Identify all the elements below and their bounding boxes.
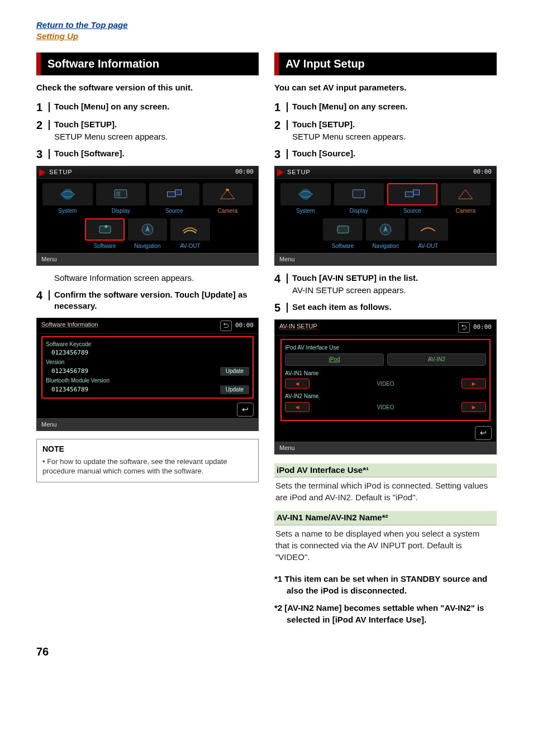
step-number: 3 <box>36 148 49 160</box>
ipod-interface-label: iPod AV Interface Use <box>285 344 339 351</box>
step-3-title: Touch [Software]. <box>54 149 125 158</box>
bluetooth-version-label: Bluetooth Module Version <box>46 377 110 385</box>
brand-logo-icon <box>39 169 46 176</box>
tile-av-out[interactable]: AV-OUT <box>170 218 210 250</box>
page-number: 76 <box>36 644 497 659</box>
software-info-intro: Check the software version of this unit. <box>36 82 259 93</box>
tile-source[interactable]: Source <box>149 183 199 215</box>
step-2-desc: SETUP Menu screen appears. <box>292 131 497 142</box>
avin2-name-label: AV-IN2 Name <box>285 393 318 399</box>
step-3-title: Touch [Source]. <box>292 149 355 158</box>
step-number: 1 <box>274 101 287 113</box>
screen-title: AV-IN SETUP <box>279 322 317 333</box>
clock: 00:00 <box>235 168 254 176</box>
ipod-interface-option-heading: iPod AV Interface Use*¹ <box>274 463 497 477</box>
note-box: NOTE For how to update the software, see… <box>36 439 259 482</box>
step-number: 1 <box>36 101 49 113</box>
step-4-desc: AV-IN SETUP screen appears. <box>292 285 497 296</box>
tile-navigation[interactable]: Navigation <box>128 218 167 250</box>
svg-rect-12 <box>353 190 365 198</box>
step-number: 4 <box>274 272 287 285</box>
note-item: For how to update the software, see the … <box>42 457 253 476</box>
step-4-title: Touch [AV-IN SETUP] in the list. <box>292 273 418 283</box>
bluetooth-version-value: 0123456789 <box>51 386 88 394</box>
tile-display[interactable]: Display <box>334 183 384 215</box>
menu-button[interactable]: Menu <box>37 418 258 430</box>
brand-logo-icon <box>277 169 284 176</box>
tile-camera[interactable]: Camera <box>441 183 491 215</box>
screen-title: SETUP <box>49 168 73 176</box>
svg-rect-16 <box>337 226 349 233</box>
svg-marker-5 <box>221 190 235 199</box>
svg-rect-4 <box>175 190 182 195</box>
tile-system[interactable]: System <box>42 183 93 215</box>
step-4-title: Confirm the software version. Touch [Upd… <box>54 290 248 310</box>
ipod-interface-option-body: Sets the terminal which iPod is connecte… <box>274 477 497 508</box>
menu-button[interactable]: Menu <box>37 253 258 265</box>
software-info-screenshot: Software Information ⮌00:00 Software Key… <box>36 318 259 431</box>
svg-point-8 <box>104 224 107 227</box>
update-bluetooth-button[interactable]: Update <box>220 385 249 394</box>
return-top-link[interactable]: Return to the Top page <box>36 20 128 30</box>
avin2-name-value: VIDEO <box>313 404 458 412</box>
next-arrow-button[interactable]: ► <box>461 379 486 389</box>
software-keycode-value: 0123456789 <box>51 349 88 357</box>
svg-point-11 <box>300 189 311 200</box>
svg-marker-15 <box>459 190 473 199</box>
avin-name-option-heading: AV-IN1 Name/AV-IN2 Name*² <box>274 511 497 525</box>
clock: 00:00 <box>473 323 492 332</box>
avin1-name-label: AV-IN1 Name <box>285 370 318 376</box>
menu-button[interactable]: Menu <box>275 253 496 265</box>
step-2-title: Touch [SETUP]. <box>54 119 117 129</box>
screen-title: SETUP <box>287 168 311 176</box>
back-icon[interactable]: ↩ <box>237 403 254 417</box>
next-arrow-button[interactable]: ► <box>461 402 486 412</box>
tile-system[interactable]: System <box>280 183 331 215</box>
step-number: 4 <box>36 289 49 302</box>
svg-rect-6 <box>226 189 229 191</box>
menu-button[interactable]: Menu <box>275 442 496 454</box>
step-number: 5 <box>274 302 287 314</box>
version-label: Version <box>46 358 64 366</box>
back-icon[interactable]: ⮌ <box>220 320 232 331</box>
clock: 00:00 <box>235 322 254 330</box>
tile-camera[interactable]: Camera <box>203 183 253 215</box>
avin-setup-screenshot: AV-IN SETUP ⮌00:00 iPod AV Interface Use… <box>274 319 497 454</box>
tile-av-out[interactable]: AV-OUT <box>408 218 448 250</box>
version-value: 0123456789 <box>51 367 88 376</box>
tile-navigation[interactable]: Navigation <box>366 218 405 250</box>
step-1-title: Touch [Menu] on any screen. <box>54 102 169 111</box>
prev-arrow-button[interactable]: ◄ <box>285 402 310 412</box>
back-icon[interactable]: ⮌ <box>458 322 470 333</box>
update-version-button[interactable]: Update <box>220 367 249 376</box>
step-2-desc: SETUP Menu screen appears. <box>54 131 259 142</box>
avin-name-option-body: Sets a name to be displayed when you sel… <box>274 525 497 567</box>
tile-display[interactable]: Display <box>96 183 146 215</box>
ipod-option-button[interactable]: iPod <box>285 353 384 366</box>
software-info-appears: Software Information screen appears. <box>54 272 259 284</box>
software-keycode-label: Software Keycode <box>46 341 91 348</box>
avin1-name-value: VIDEO <box>313 380 458 388</box>
svg-rect-14 <box>413 190 420 195</box>
setup-screenshot-right: SETUP 00:00 System Display Source Camera… <box>274 166 497 266</box>
step-1-title: Touch [Menu] on any screen. <box>292 102 407 111</box>
step-2-title: Touch [SETUP]. <box>292 119 355 129</box>
avin2-option-button[interactable]: AV-IN2 <box>387 353 486 366</box>
tile-software[interactable]: Software <box>85 218 124 250</box>
setting-up-link[interactable]: Setting Up <box>36 31 78 41</box>
step-number: 3 <box>274 148 287 160</box>
software-info-heading: Software Information <box>36 52 259 75</box>
tile-software[interactable]: Software <box>323 218 362 250</box>
tile-source[interactable]: Source <box>387 183 437 215</box>
footnote-2: *2 [AV-IN2 Name] becomes settable when "… <box>274 602 497 625</box>
back-icon[interactable]: ↩ <box>475 426 492 440</box>
screen-title: Software Information <box>41 320 98 331</box>
step-5-title: Set each item as follows. <box>292 302 392 312</box>
step-number: 2 <box>36 119 49 131</box>
av-input-heading: AV Input Setup <box>274 52 497 75</box>
svg-point-0 <box>62 189 73 200</box>
note-heading: NOTE <box>42 444 253 454</box>
clock: 00:00 <box>473 168 492 176</box>
prev-arrow-button[interactable]: ◄ <box>285 379 310 389</box>
svg-rect-2 <box>116 192 120 197</box>
